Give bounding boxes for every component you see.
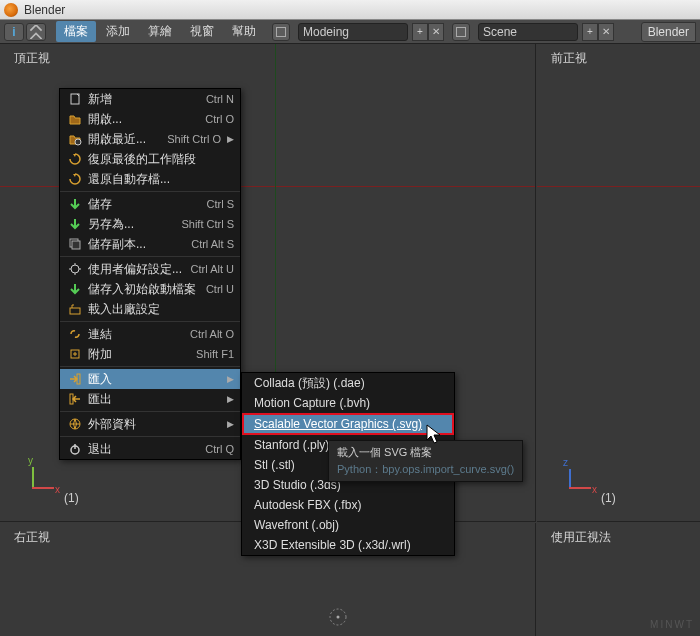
svg-point-1: [337, 616, 340, 619]
file-menu-item[interactable]: 還原自動存檔...: [60, 169, 240, 189]
menu-item-label: 匯出: [88, 391, 221, 408]
quit-icon: [66, 441, 84, 457]
layer-indicator-tr: (1): [601, 491, 616, 505]
save-icon: [66, 216, 84, 232]
file-menu-item[interactable]: 復原最後的工作階段: [60, 149, 240, 169]
layer-indicator-tl: (1): [64, 491, 79, 505]
import-submenu-item[interactable]: Motion Capture (.bvh): [242, 393, 454, 413]
prefs-icon: [66, 261, 84, 277]
engine-label[interactable]: Blender: [641, 22, 696, 42]
svg-rect-10: [70, 394, 73, 404]
submenu-item-label: Motion Capture (.bvh): [254, 396, 370, 410]
menu-item-label: 退出: [88, 441, 197, 458]
file-menu-item[interactable]: 退出Ctrl Q: [60, 439, 240, 459]
viewport-tr-label: 前正視: [551, 50, 587, 67]
file-menu-item[interactable]: 儲存副本...Ctrl Alt S: [60, 234, 240, 254]
screen-layout-remove-button[interactable]: ✕: [428, 23, 444, 41]
scene-add-button[interactable]: +: [582, 23, 598, 41]
menu-window[interactable]: 視窗: [182, 21, 222, 42]
menu-file[interactable]: 檔案: [56, 21, 96, 42]
blender-logo-icon: [4, 3, 18, 17]
file-menu-item[interactable]: 新增Ctrl N: [60, 89, 240, 109]
svg-point-3: [75, 139, 81, 145]
screen-layout-icon[interactable]: [272, 23, 290, 41]
top-menubar: 檔案 添加 算繪 視窗 幫助 Modeing + ✕ Scene + ✕ Ble…: [0, 20, 700, 44]
scene-remove-button[interactable]: ✕: [598, 23, 614, 41]
menu-item-shortcut: Shift Ctrl S: [181, 218, 234, 230]
screen-layout-buttons: + ✕: [412, 23, 444, 41]
submenu-item-label: Wavefront (.obj): [254, 518, 339, 532]
menu-item-shortcut: Shift F1: [196, 348, 234, 360]
save-icon: [66, 196, 84, 212]
menu-item-label: 新增: [88, 91, 198, 108]
file-menu-item[interactable]: 匯出▶: [60, 389, 240, 409]
svg-rect-7: [70, 308, 80, 314]
menu-item-label: 附加: [88, 346, 188, 363]
submenu-arrow-icon: ▶: [227, 419, 234, 429]
svg-rect-9: [77, 374, 80, 384]
submenu-arrow-icon: ▶: [227, 374, 234, 384]
save-icon: [66, 281, 84, 297]
import-submenu-item[interactable]: Scalable Vector Graphics (.svg): [242, 413, 454, 435]
menu-item-label: 載入出廠設定: [88, 301, 234, 318]
file-menu-item[interactable]: 開啟最近...Shift Ctrl O▶: [60, 129, 240, 149]
menu-item-label: 使用者偏好設定...: [88, 261, 183, 278]
screen-layout-value: Modeing: [303, 25, 349, 39]
menu-item-label: 儲存副本...: [88, 236, 183, 253]
file-menu-item[interactable]: 載入出廠設定: [60, 299, 240, 319]
menu-item-shortcut: Ctrl U: [206, 283, 234, 295]
import-submenu-item[interactable]: Collada (預設) (.dae): [242, 373, 454, 393]
submenu-item-label: Stanford (.ply): [254, 438, 329, 452]
folder-icon: [66, 111, 84, 127]
import-icon: [66, 371, 84, 387]
submenu-item-label: Scalable Vector Graphics (.svg): [254, 417, 422, 431]
header-expand-icon[interactable]: [26, 23, 46, 41]
viewport-br-label: 使用正視法: [551, 529, 611, 546]
import-submenu-item[interactable]: Wavefront (.obj): [242, 515, 454, 535]
recover-icon: [66, 171, 84, 187]
watermark: MINWT: [650, 619, 694, 630]
submenu-arrow-icon: ▶: [227, 134, 234, 144]
file-menu-item[interactable]: 另存為...Shift Ctrl S: [60, 214, 240, 234]
external-icon: [66, 416, 84, 432]
append-icon: [66, 346, 84, 362]
menu-item-shortcut: Ctrl Q: [205, 443, 234, 455]
axis-gizmo-tl: yx: [20, 461, 60, 501]
file-menu-item[interactable]: 儲存入初始啟動檔案Ctrl U: [60, 279, 240, 299]
menu-item-shortcut: Ctrl N: [206, 93, 234, 105]
menu-item-label: 復原最後的工作階段: [88, 151, 234, 168]
menu-item-shortcut: Shift Ctrl O: [167, 133, 221, 145]
scene-buttons: + ✕: [582, 23, 614, 41]
screen-layout-dropdown[interactable]: Modeing: [298, 23, 408, 41]
import-submenu-item[interactable]: Autodesk FBX (.fbx): [242, 495, 454, 515]
svg-point-6: [71, 265, 79, 273]
file-menu-item[interactable]: 使用者偏好設定...Ctrl Alt U: [60, 259, 240, 279]
file-menu-item[interactable]: 匯入▶: [60, 369, 240, 389]
scene-icon[interactable]: [452, 23, 470, 41]
file-menu-item[interactable]: 外部資料▶: [60, 414, 240, 434]
menu-item-label: 匯入: [88, 371, 221, 388]
axis-gizmo-tr: zx: [557, 461, 597, 501]
screen-layout-add-button[interactable]: +: [412, 23, 428, 41]
tooltip-python: Python：bpy.ops.import_curve.svg(): [337, 462, 514, 477]
factory-icon: [66, 301, 84, 317]
viewport-area: 頂正視 yx (1) 前正視 zx (1) 右正視 使用正視法 新增Ctrl N…: [0, 44, 700, 636]
file-menu-item[interactable]: 儲存Ctrl S: [60, 194, 240, 214]
viewport-top-right[interactable]: 前正視 zx (1): [537, 44, 700, 522]
menu-add[interactable]: 添加: [98, 21, 138, 42]
svg-rect-5: [72, 241, 80, 249]
file-menu-item[interactable]: 連結Ctrl Alt O: [60, 324, 240, 344]
file-menu-item[interactable]: 附加Shift F1: [60, 344, 240, 364]
file-menu-item[interactable]: 開啟...Ctrl O: [60, 109, 240, 129]
tooltip-title: 載入一個 SVG 檔案: [337, 445, 514, 460]
menu-item-label: 儲存入初始啟動檔案: [88, 281, 198, 298]
menu-item-label: 外部資料: [88, 416, 221, 433]
import-submenu-item[interactable]: X3D Extensible 3D (.x3d/.wrl): [242, 535, 454, 555]
submenu-item-label: Autodesk FBX (.fbx): [254, 498, 361, 512]
menu-help[interactable]: 幫助: [224, 21, 264, 42]
tooltip: 載入一個 SVG 檔案 Python：bpy.ops.import_curve.…: [328, 440, 523, 482]
info-header-icon[interactable]: [4, 23, 24, 41]
menu-item-label: 儲存: [88, 196, 199, 213]
menu-render[interactable]: 算繪: [140, 21, 180, 42]
scene-dropdown[interactable]: Scene: [478, 23, 578, 41]
